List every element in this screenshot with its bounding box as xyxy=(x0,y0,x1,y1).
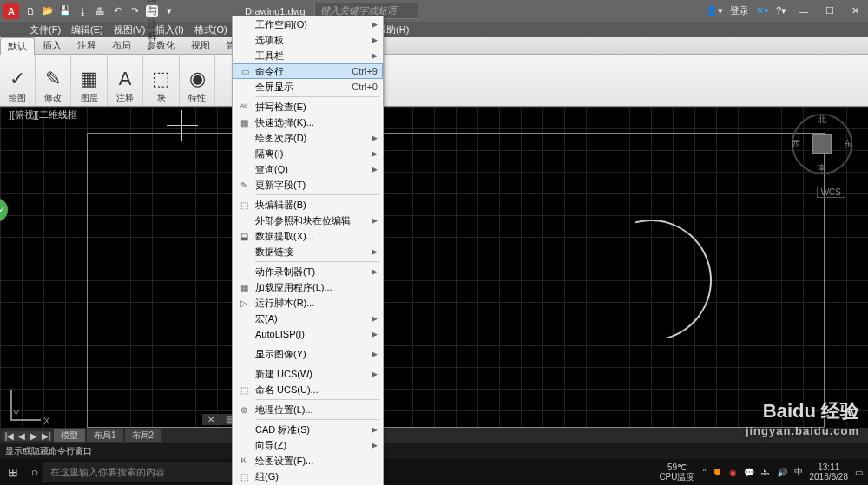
menu-item[interactable]: 隔离(I)▶ xyxy=(233,146,383,161)
menu-item[interactable]: 文件(F) xyxy=(26,23,64,36)
ribbon-panel[interactable]: ▦图层 xyxy=(71,55,108,106)
redo-icon[interactable]: ↷ xyxy=(128,5,141,17)
qat-dropdown-icon[interactable]: ▾ xyxy=(163,5,175,17)
layout-tab[interactable]: 布局1 xyxy=(87,429,123,442)
menu-item-label: 选项板 xyxy=(255,34,284,47)
minimize-icon[interactable]: — xyxy=(793,6,813,16)
ribbon-tab[interactable]: 布局 xyxy=(104,36,139,55)
menu-item[interactable]: ⬚命名 UCS(U)... xyxy=(233,382,383,397)
menu-item[interactable]: 显示图像(Y)▶ xyxy=(233,346,383,362)
layout-tab[interactable]: 模型 xyxy=(54,429,85,442)
menu-item[interactable]: ⬓数据提取(X)... xyxy=(233,228,383,244)
menu-item[interactable]: ✎更新字段(T) xyxy=(233,177,383,193)
layout-nav-button[interactable]: ◀ xyxy=(16,431,28,441)
menu-item[interactable]: 编辑(E) xyxy=(68,23,107,36)
help-icon[interactable]: ?▾ xyxy=(776,5,786,16)
ribbon-tab[interactable]: 参数化 xyxy=(139,36,183,55)
menu-item[interactable]: Ｋ绘图设置(F)... xyxy=(233,453,383,469)
tray-weather[interactable]: 59℃CPU温度 xyxy=(659,462,694,482)
ribbon-tab[interactable]: 视图 xyxy=(183,36,218,55)
menu-item[interactable]: ▭命令行Ctrl+9 xyxy=(233,63,383,79)
menu-item[interactable]: ᴬᴮ拼写检查(E) xyxy=(233,99,383,115)
menu-item[interactable]: 动作录制器(T)▶ xyxy=(233,264,383,279)
view-cube[interactable]: 北 南 西 东 xyxy=(792,114,852,174)
status-icon[interactable]: ✕ xyxy=(202,414,220,425)
menu-item[interactable]: AutoLISP(I)▶ xyxy=(233,326,383,342)
cortana-icon[interactable]: ○ xyxy=(26,465,43,479)
menu-item[interactable]: 绘图次序(D)▶ xyxy=(233,130,383,146)
undo-icon[interactable]: ↶ xyxy=(111,5,123,17)
menu-item[interactable]: 宏(A)▶ xyxy=(233,311,383,326)
menu-item[interactable]: ⬚块编辑器(B) xyxy=(233,197,383,213)
ribbon-panel[interactable]: ✎修改 xyxy=(36,55,71,106)
menu-item[interactable]: CAD 标准(S)▶ xyxy=(233,422,383,437)
menu-item-label: 动作录制器(T) xyxy=(255,265,315,279)
ribbon-panel[interactable]: ⬚块 xyxy=(143,55,180,106)
compass-north[interactable]: 北 xyxy=(818,114,826,126)
menu-item[interactable]: 新建 UCS(W)▶ xyxy=(233,366,383,382)
ribbon-panel[interactable]: ✓绘图 xyxy=(0,55,36,106)
new-icon[interactable]: 🗋 xyxy=(24,5,36,17)
tray-volume-icon[interactable]: 🔊 xyxy=(777,468,787,477)
print-icon[interactable]: 🖶 xyxy=(94,5,106,17)
menu-item[interactable]: 选项板▶ xyxy=(233,32,383,48)
layout-nav-button[interactable]: |◀ xyxy=(3,431,16,441)
menu-item-icon: ᴬᴮ xyxy=(237,102,251,112)
close-icon[interactable]: ✕ xyxy=(846,5,865,16)
viewport-label[interactable]: −][俯视][二维线框 xyxy=(2,108,79,121)
panel-label: 图层 xyxy=(81,92,98,104)
menu-item[interactable]: 数据链接▶ xyxy=(233,244,383,259)
menu-item[interactable]: 工作空间(O)▶ xyxy=(233,16,383,32)
tray-notif-icon[interactable]: 💬 xyxy=(744,468,754,477)
drawing-area[interactable]: −][俯视][二维线框 Y X ✓ 北 南 西 东 WCS ✕▤▦ xyxy=(0,107,868,428)
save-icon[interactable]: 💾 xyxy=(59,5,71,17)
workspace-dropdown[interactable]: 草图与注释 xyxy=(146,5,158,17)
layout-nav-button[interactable]: ▶ xyxy=(28,431,40,441)
wcs-label[interactable]: WCS xyxy=(817,187,845,198)
compass-south[interactable]: 南 xyxy=(818,162,826,174)
menu-item[interactable]: 工具栏▶ xyxy=(233,48,383,63)
submenu-arrow-icon: ▶ xyxy=(372,247,378,256)
menu-item-label: 绘图设置(F)... xyxy=(255,455,313,468)
menu-item[interactable]: 外部参照和块在位编辑▶ xyxy=(233,213,383,228)
tray-clock[interactable]: 13:112018/6/28 xyxy=(810,462,849,482)
tray-ime-icon[interactable]: 中 xyxy=(794,466,803,478)
menu-item[interactable]: 插入(I) xyxy=(152,23,187,36)
ribbon-tab[interactable]: 默认 xyxy=(0,37,35,55)
menu-item[interactable]: ▦快速选择(K)... xyxy=(233,115,383,130)
menu-item[interactable]: 格式(O) xyxy=(191,23,231,36)
menu-item[interactable]: 查询(Q)▶ xyxy=(233,161,383,177)
login-link[interactable]: 登录 xyxy=(730,4,749,17)
layout-nav-button[interactable]: ▶| xyxy=(40,431,52,441)
open-icon[interactable]: 📂 xyxy=(42,5,54,17)
menu-item[interactable]: 向导(Z)▶ xyxy=(233,437,383,453)
ribbon-panel[interactable]: A注释 xyxy=(108,55,143,106)
tray-up-icon[interactable]: ˄ xyxy=(702,468,707,477)
menu-item[interactable]: ⬚组(G) xyxy=(233,469,383,484)
tray-shield-icon[interactable]: ⛊ xyxy=(713,468,722,477)
menu-item[interactable]: 视图(V) xyxy=(110,23,149,36)
tray-network-icon[interactable]: 🖧 xyxy=(761,468,770,477)
ribbon-panel[interactable]: ◉特性 xyxy=(180,55,215,106)
ribbon-tab[interactable]: 插入 xyxy=(35,36,69,55)
menu-item[interactable]: ⊕地理位置(L)... xyxy=(233,402,383,417)
exchange-icon[interactable]: ✕▾ xyxy=(756,5,769,16)
start-button[interactable]: ⊞ xyxy=(0,459,26,485)
menu-item[interactable]: ▦加载应用程序(L)... xyxy=(233,279,383,295)
user-icon[interactable]: 👤▾ xyxy=(706,5,723,16)
layout-tab[interactable]: 布局2 xyxy=(125,429,161,442)
ribbon-tab[interactable]: 注释 xyxy=(69,36,104,55)
submenu-arrow-icon: ▶ xyxy=(372,20,378,29)
compass-west[interactable]: 西 xyxy=(792,138,800,150)
tray-action-center-icon[interactable]: ▭ xyxy=(855,468,863,477)
menu-separator xyxy=(255,419,379,420)
app-logo-icon[interactable]: A xyxy=(3,3,19,19)
menu-item[interactable]: ▷运行脚本(R)... xyxy=(233,295,383,311)
tray-photo-icon[interactable]: ◉ xyxy=(729,468,737,477)
menu-item-icon: ▦ xyxy=(237,283,251,292)
viewcube-top-icon[interactable] xyxy=(812,134,832,154)
maximize-icon[interactable]: ☐ xyxy=(820,5,839,16)
saveas-icon[interactable]: ⭳ xyxy=(76,5,89,17)
menu-item[interactable]: 全屏显示Ctrl+0 xyxy=(233,79,383,95)
compass-east[interactable]: 东 xyxy=(844,138,852,150)
